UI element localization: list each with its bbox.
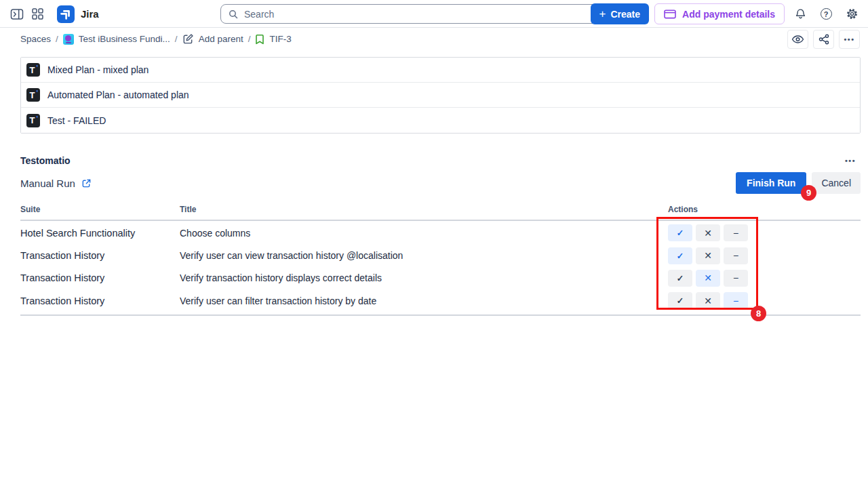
settings-button[interactable] <box>842 4 862 24</box>
breadcrumb-separator: / <box>248 34 251 44</box>
more-actions-button[interactable]: ••• <box>839 30 860 49</box>
search-icon <box>228 9 239 20</box>
title-cell: Verify user can filter transaction histo… <box>180 296 668 306</box>
column-header-suite: Suite <box>20 205 180 214</box>
plan-label: Automated Plan - automated plan <box>47 89 189 100</box>
suite-cell: Transaction History <box>20 296 180 306</box>
suite-cell: Transaction History <box>20 250 180 261</box>
search-bar[interactable] <box>220 4 611 24</box>
table-header-row: Suite Title Actions <box>20 205 861 221</box>
action-pass-button[interactable]: ✓ <box>668 270 692 287</box>
action-pass-button[interactable]: ✓ <box>668 224 692 241</box>
add-payment-details-label: Add payment details <box>682 9 775 20</box>
run-label: Manual Run <box>20 178 75 189</box>
page-content: T ' Mixed Plan - mixed plan T ' Automate… <box>0 50 868 316</box>
breadcrumb-issue[interactable]: TIF-3 <box>255 34 291 45</box>
ellipsis-icon: ••• <box>845 157 856 165</box>
question-icon: ? <box>821 8 832 20</box>
table-body: Hotel Search Functionality Choose column… <box>20 221 861 316</box>
topbar-left-group: Jira <box>7 0 99 28</box>
action-skip-button[interactable]: − <box>724 270 748 287</box>
help-button[interactable]: ? <box>816 4 836 24</box>
share-icon <box>818 34 829 45</box>
gear-icon <box>846 7 859 20</box>
project-avatar <box>63 34 74 45</box>
search-input[interactable] <box>244 9 604 20</box>
action-fail-button[interactable]: ✕ <box>696 292 720 309</box>
testomatio-section-header: Testomatio ••• <box>20 154 861 167</box>
actions-cell: ✓ ✕ − <box>668 247 861 264</box>
testomatio-plan-icon: T ' <box>26 88 40 102</box>
plan-list-item[interactable]: T ' Mixed Plan - mixed plan <box>21 58 860 83</box>
section-title: Testomatio <box>20 155 71 166</box>
action-pass-button[interactable]: ✓ <box>668 247 692 264</box>
breadcrumb-project[interactable]: Test iBusiness Fundi... <box>63 34 170 45</box>
ellipsis-icon: ••• <box>844 35 854 43</box>
actions-cell: ✓ ✕ − <box>668 292 861 309</box>
table-row: Transaction History Verify transaction h… <box>20 267 861 289</box>
action-fail-button[interactable]: ✕ <box>696 224 720 241</box>
column-header-title: Title <box>180 205 668 214</box>
breadcrumb-project-label: Test iBusiness Fundi... <box>79 34 170 44</box>
test-plan-list: T ' Mixed Plan - mixed plan T ' Automate… <box>20 57 861 134</box>
plan-list-item[interactable]: T ' Test - FAILED <box>21 108 860 133</box>
eye-icon <box>791 35 804 44</box>
app-switcher-button[interactable] <box>27 4 47 24</box>
actions-cell: ✓ ✕ − <box>668 270 861 287</box>
plan-label: Test - FAILED <box>47 115 106 126</box>
action-pass-button[interactable]: ✓ <box>668 292 692 309</box>
title-cell: Verify user can view transaction history… <box>180 250 668 261</box>
breadcrumb-spaces[interactable]: Spaces <box>20 34 51 44</box>
plan-list-item[interactable]: T ' Automated Plan - automated plan <box>21 83 860 108</box>
title-cell: Choose columns <box>180 228 668 239</box>
testomatio-plan-icon: T ' <box>26 114 40 127</box>
credit-card-icon <box>664 9 676 19</box>
suite-cell: Transaction History <box>20 272 180 283</box>
jira-logo-icon[interactable] <box>57 5 75 23</box>
sidebar-toggle-button[interactable] <box>7 4 27 24</box>
cancel-button[interactable]: Cancel <box>812 172 861 194</box>
page-actions: ••• <box>787 30 860 49</box>
add-parent-button[interactable]: Add parent <box>182 33 243 45</box>
external-link-icon[interactable] <box>81 178 92 188</box>
plus-icon: + <box>599 8 606 20</box>
action-skip-button[interactable]: − <box>724 247 748 264</box>
create-button-label: Create <box>610 9 640 20</box>
breadcrumb: Spaces / Test iBusiness Fundi... / Add p… <box>0 28 868 50</box>
plan-label: Mixed Plan - mixed plan <box>47 64 149 75</box>
breadcrumb-separator: / <box>175 34 178 44</box>
table-row: Transaction History Verify user can view… <box>20 244 861 266</box>
title-cell: Verify transaction history displays corr… <box>180 272 668 283</box>
section-more-button[interactable]: ••• <box>840 154 861 167</box>
notifications-button[interactable] <box>790 4 810 24</box>
bell-icon <box>794 7 807 21</box>
action-fail-button[interactable]: ✕ <box>696 247 720 264</box>
add-payment-details-button[interactable]: Add payment details <box>654 3 785 24</box>
finish-run-button[interactable]: Finish Run <box>736 172 806 194</box>
breadcrumb-separator: / <box>56 34 58 44</box>
app-switcher-icon <box>31 7 44 20</box>
test-run-table: Suite Title Actions Hotel Search Functio… <box>20 205 861 316</box>
edit-icon <box>182 33 194 45</box>
share-button[interactable] <box>813 30 834 49</box>
action-skip-button[interactable]: − <box>724 224 748 241</box>
watch-button[interactable] <box>787 30 808 49</box>
table-row: Hotel Search Functionality Choose column… <box>20 222 861 244</box>
action-fail-button[interactable]: ✕ <box>696 270 720 287</box>
column-header-actions: Actions <box>668 205 861 214</box>
app-title: Jira <box>81 8 99 20</box>
breadcrumb-issue-label: TIF-3 <box>269 34 291 44</box>
action-skip-button[interactable]: − <box>724 292 748 309</box>
add-parent-label: Add parent <box>199 34 243 44</box>
actions-cell: ✓ ✕ − <box>668 224 861 241</box>
testomatio-plan-icon: T ' <box>26 63 40 77</box>
top-navigation-bar: Jira + Create Add payment details <box>0 0 868 28</box>
manual-run-row: Manual Run Finish Run Cancel <box>20 171 861 195</box>
table-row: Transaction History Verify user can filt… <box>20 289 861 312</box>
topbar-right-group: + Create Add payment details ? <box>591 3 862 24</box>
bookmark-icon <box>255 34 264 45</box>
suite-cell: Hotel Search Functionality <box>20 228 180 239</box>
sidebar-toggle-icon <box>10 8 24 20</box>
create-button[interactable]: + Create <box>591 3 650 24</box>
